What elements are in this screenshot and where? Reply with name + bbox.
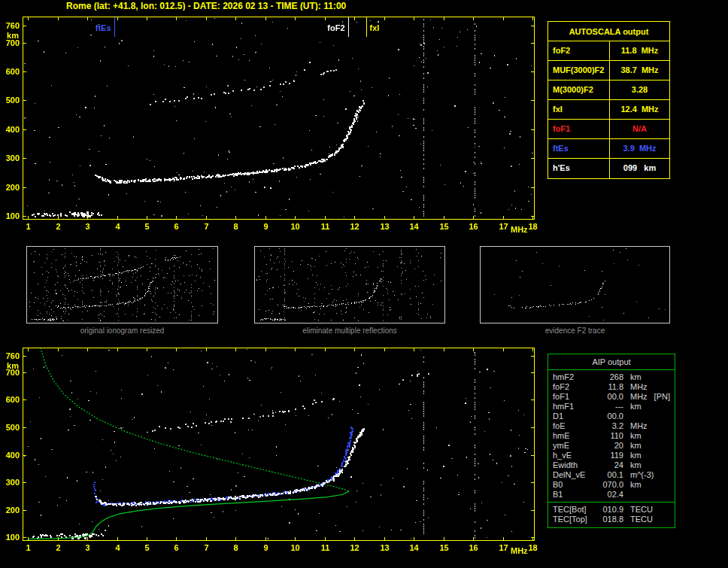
aip-unit: MHz [630,421,648,431]
aip-value: 24 [598,460,623,470]
autoscala-row-fof2: foF211.8 MHz [548,41,669,61]
autoscala-param-label: foF2 [548,41,610,60]
autoscala-param-label: foF1 [548,120,610,138]
aip-row-foe: foE3.2MHz [548,421,675,431]
aip-row-hmf2: hmF2268km [548,372,675,382]
panel-original-ionogram [26,246,218,323]
aip-value: 02.4 [598,490,623,500]
aip-unit: km [630,441,642,451]
aip-label: ymE [553,441,598,451]
aip-separator-line [548,502,675,503]
aip-value: --- [598,402,623,412]
autoscala-param-value: 38.7 MHz [610,61,669,80]
aip-unit: km [630,460,642,470]
aip-label: hmF2 [553,372,598,382]
autoscala-param-value: 3.28 [610,80,669,99]
top-ionogram-canvas [0,11,544,238]
autoscala-param-label: h'Es [548,159,610,178]
autoscala-table-rows: foF211.8 MHzMUF(3000)F238.7 MHzM(3000)F2… [548,41,669,178]
autoscala-row-muf3000f2: MUF(3000)F238.7 MHz [548,61,669,80]
caption-original-ionogram: original ionogram resized [26,327,218,335]
aip-row-fof2: foF211.8MHz [548,382,675,392]
autoscala-param-label: ftEs [548,139,610,158]
autoscala-param-value: 099 km [610,159,669,178]
aip-label: TEC[Top] [553,515,598,524]
aip-label: foE [553,421,598,431]
aip-unit: km [630,431,642,441]
aip-value: 3.2 [598,421,623,431]
aip-row-hme: hmE110km [548,431,675,441]
autoscala-param-value: N/A [610,120,669,138]
aip-row-delnve: DelN_vE00.1m^(-3) [548,470,675,480]
aip-unit: MHz [630,382,648,392]
aip-row-tecbot: TEC[Bot]010.9TECU [548,505,675,515]
aip-label: B1 [553,490,598,500]
aip-note: [PN] [654,392,670,402]
aip-row-b1: B102.4 [548,490,675,500]
evidence-f2-thumbnail [481,247,669,323]
aip-value: 00.0 [598,412,623,421]
aip-unit: m^(-3) [630,470,654,480]
autoscala-row-fxi: fxI12.4 MHz [548,100,669,120]
aip-value: 119 [598,451,623,460]
aip-label: hmF1 [553,402,598,412]
aip-table-header: AIP output [548,354,675,370]
aip-unit: km [630,372,642,382]
autoscala-param-label: fxI [548,100,610,119]
aip-row-hve: h_vE119km [548,451,675,460]
autoscala-table-header: AUTOSCALA output [548,22,669,41]
page-title: Rome (lat: +41.8, lon: 012.5) - DATE: 20… [66,1,346,11]
aip-row-hmf1: hmF1---km [548,402,675,412]
autoscala-row-ftes: ftEs3.9 MHz [548,139,669,159]
aip-label: foF2 [553,382,598,392]
aip-unit: km [630,402,642,412]
aip-label: TEC[Bot] [553,505,598,515]
aip-value: 010.9 [598,505,623,515]
aip-label: Ewidth [553,460,598,470]
autoscala-param-value: 12.4 MHz [610,100,669,119]
aip-label: foF1 [553,392,598,402]
aip-label: DelN_vE [553,470,598,480]
aip-value: 00.0 [598,392,623,402]
autoscala-row-fof1: foF1N/A [548,120,669,139]
panel-evidence-f2 [480,246,670,323]
aip-value: 00.1 [598,470,623,480]
aip-value: 070.0 [598,480,623,490]
autoscala-param-label: M(3000)F2 [548,80,610,99]
original-ionogram-thumbnail [27,247,217,323]
aip-row-yme: ymE20km [548,441,675,451]
aip-unit: MHz [630,392,648,402]
aip-unit: km [630,451,642,460]
aip-unit: TECU [630,515,653,524]
caption-eliminate-reflections: eliminate multiple reflections [254,327,445,335]
panel-eliminate-reflections [254,246,445,323]
eliminate-reflections-thumbnail [255,247,444,323]
autoscala-table: AUTOSCALA output foF211.8 MHzMUF(3000)F2… [548,21,670,179]
aip-value: 110 [598,431,623,441]
aip-value: 018.8 [598,515,623,524]
aip-label: h_vE [553,451,598,460]
aip-row-tectop: TEC[Top]018.8TECU [548,515,675,524]
autoscala-screen: Rome (lat: +41.8, lon: 012.5) - DATE: 20… [0,0,728,568]
aip-value: 11.8 [598,382,623,392]
autoscala-param-label: MUF(3000)F2 [548,61,610,80]
aip-label: D1 [553,412,598,421]
autoscala-param-value: 3.9 MHz [610,139,669,158]
aip-row-ewidth: Ewidth24km [548,460,675,470]
aip-label: B0 [553,480,598,490]
aip-row-d1: D100.0 [548,412,675,421]
caption-evidence-f2: evidence F2 trace [480,327,670,335]
aip-table-rows: hmF2268kmfoF211.8MHzfoF100.0MHz[PN]hmF1-… [548,372,675,524]
autoscala-row-hes: h'Es099 km [548,159,669,178]
aip-row-fof1: foF100.0MHz[PN] [548,392,675,402]
autoscala-row-m3000f2: M(3000)F23.28 [548,80,669,100]
aip-value: 268 [598,372,623,382]
aip-label: hmE [553,431,598,441]
aip-unit: TECU [630,505,653,515]
aip-value: 20 [598,441,623,451]
autoscala-param-value: 11.8 MHz [610,41,669,60]
bottom-ionogram-canvas [0,343,544,568]
aip-row-b0: B0070.0km [548,480,675,490]
aip-table: AIP output hmF2268kmfoF211.8MHzfoF100.0M… [548,354,675,528]
aip-unit: km [630,480,642,490]
